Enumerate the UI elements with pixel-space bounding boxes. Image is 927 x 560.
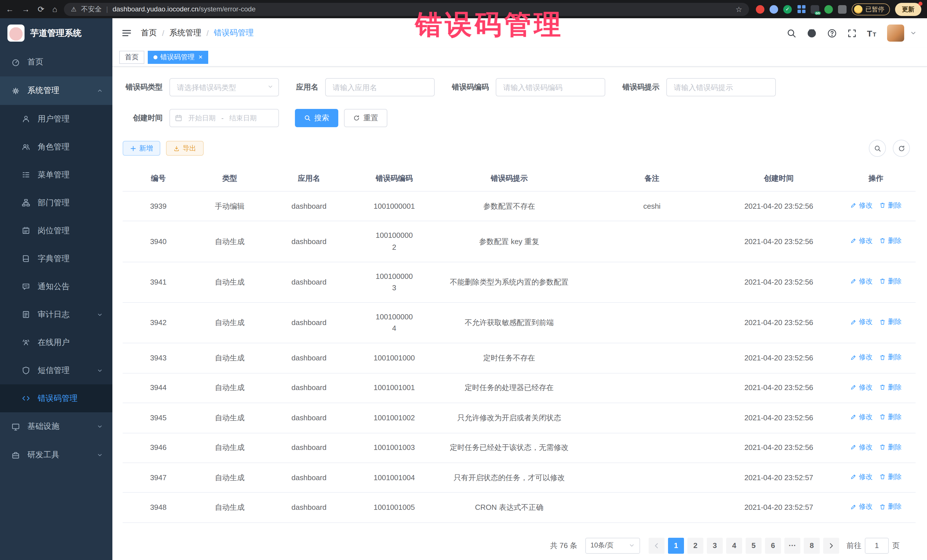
bookmark-star-icon[interactable]: ☆ [736,5,742,14]
extension-icon-proxy-on[interactable]: on [811,5,819,14]
app-cell: dashboard [265,403,353,433]
sidebar-item-home[interactable]: 首页 [0,48,112,76]
page-button-2[interactable]: 2 [687,538,704,554]
extension-icon-red[interactable] [756,5,764,14]
page-button-6[interactable]: 6 [765,538,781,554]
page-size-select[interactable]: 10条/页 [585,538,640,554]
edit-link[interactable]: 修改 [850,412,872,422]
browser-home-button[interactable]: ⌂ [52,5,57,13]
delete-link[interactable]: 删除 [879,442,902,452]
delete-link[interactable]: 删除 [879,276,902,287]
browser-refresh-button[interactable]: ⟳ [38,5,44,13]
edit-link[interactable]: 修改 [850,352,872,363]
browser-forward-button[interactable]: → [22,5,30,13]
sidebar-item-role-mgmt[interactable]: 角色管理 [0,133,112,161]
sidebar-item-post-mgmt[interactable]: 岗位管理 [0,217,112,244]
delete-link[interactable]: 删除 [879,317,902,327]
tag-close-icon[interactable]: × [199,54,202,61]
sidebar-item-dev-tools[interactable]: 研发工具 [0,441,112,469]
page-button-4[interactable]: 4 [726,538,742,554]
chevron-down-icon[interactable] [910,30,917,36]
export-button[interactable]: 导出 [166,141,204,156]
error-code-type-field[interactable] [169,78,279,96]
delete-link[interactable]: 删除 [879,382,902,392]
error-code-field[interactable] [496,78,605,96]
edit-link[interactable]: 修改 [850,276,872,287]
page-button-5[interactable]: 5 [746,538,761,554]
delete-link[interactable]: 删除 [879,412,902,422]
browser-back-button[interactable]: ← [6,5,14,13]
user-avatar[interactable] [887,24,904,42]
breadcrumb-separator: / [162,29,164,38]
browser-update-button[interactable]: 更新 [895,3,921,16]
browser-profile-paused-badge[interactable]: 已暂停 [852,3,890,15]
code-cell: 1001001005 [353,493,436,523]
date-start-input[interactable] [185,114,219,122]
edit-link[interactable]: 修改 [850,382,872,392]
search-icon[interactable] [786,28,796,38]
app-logo[interactable]: 芋道管理系统 [0,18,112,48]
delete-link[interactable]: 删除 [879,472,902,482]
sidebar-item-online-users[interactable]: 在线用户 [0,328,112,357]
create-time-range-picker[interactable]: - [169,109,279,127]
extension-icon-grid[interactable] [797,5,805,14]
sidebar-item-audit-log[interactable]: 审计日志 [0,300,112,328]
app-name-field[interactable] [325,78,435,96]
extension-icon-blue[interactable] [769,5,778,14]
sidebar-item-error-code-mgmt[interactable]: 错误码管理 [0,384,112,412]
breadcrumb-item-0[interactable]: 首页 [141,28,157,38]
help-icon[interactable] [827,28,837,38]
logo-image [8,24,24,42]
operations-cell: 修改删除 [836,493,916,523]
add-button[interactable]: 新增 [123,141,160,156]
fullscreen-icon[interactable] [847,28,857,38]
page-button-3[interactable]: 3 [707,538,723,554]
sidebar-item-infra[interactable]: 基础设施 [0,412,112,441]
tag-0[interactable]: 首页 [119,50,144,64]
reset-button[interactable]: 重置 [344,109,388,127]
address-bar[interactable]: ⚠ 不安全 | dashboard.yudao.iocoder.cn/syste… [64,3,749,16]
search-button[interactable]: 搜索 [295,109,338,127]
delete-link[interactable]: 删除 [879,352,902,363]
delete-link[interactable]: 删除 [879,502,902,512]
code-cell: 1001001003 [353,433,436,463]
github-icon[interactable] [806,28,817,38]
refresh-table-button[interactable] [893,140,910,157]
delete-link[interactable]: 删除 [879,200,902,211]
edit-link[interactable]: 修改 [850,502,872,512]
sidebar-item-notice[interactable]: 通知公告 [0,273,112,300]
error-hint-field[interactable] [666,78,776,96]
font-size-icon[interactable]: TT [867,28,877,38]
error-code-label: 错误码编码 [452,82,489,93]
page-url: dashboard.yudao.iocoder.cn/system/error-… [112,5,255,13]
goto-page-input[interactable] [865,538,889,554]
edit-link[interactable]: 修改 [850,442,872,452]
date-end-input[interactable] [226,114,260,122]
sidebar-item-sms-mgmt[interactable]: 短信管理 [0,357,112,384]
breadcrumb-item-1[interactable]: 系统管理 [169,28,201,38]
toggle-search-button[interactable] [869,140,886,157]
extensions-puzzle-icon[interactable] [838,5,846,14]
sidebar-item-system[interactable]: 系统管理 [0,76,112,105]
edit-link[interactable]: 修改 [850,317,872,327]
page-button-8[interactable]: 8 [804,538,820,554]
hamburger-menu-icon[interactable] [122,28,132,38]
next-page-button[interactable] [823,538,839,554]
org-tree-icon [22,199,31,207]
sidebar-item-user-mgmt[interactable]: 用户管理 [0,105,112,133]
edit-link[interactable]: 修改 [850,200,872,211]
sidebar-item-dict-mgmt[interactable]: 字典管理 [0,244,112,273]
edit-link[interactable]: 修改 [850,472,872,482]
pager-more-button[interactable]: ··· [784,538,800,554]
type-cell: 自动生成 [194,343,265,373]
sidebar-item-menu-mgmt[interactable]: 菜单管理 [0,161,112,189]
delete-link[interactable]: 删除 [879,235,902,246]
extension-icon-green-check[interactable]: ✓ [783,5,792,14]
edit-link[interactable]: 修改 [850,235,872,246]
extension-icon-green[interactable] [824,5,833,14]
filter-field-app-name: 应用名 [296,78,435,96]
prev-page-button[interactable] [649,538,664,554]
page-button-1[interactable]: 1 [668,538,684,554]
tag-1[interactable]: 错误码管理× [148,50,208,64]
sidebar-item-dept-mgmt[interactable]: 部门管理 [0,189,112,217]
